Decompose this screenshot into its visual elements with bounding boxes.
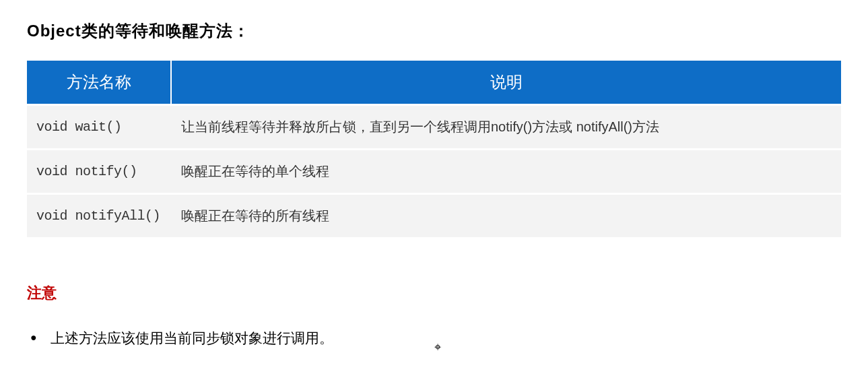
cell-description: 唤醒正在等待的所有线程 xyxy=(172,195,841,237)
cursor-icon: ⌖ xyxy=(434,340,441,354)
table-row: void notifyAll() 唤醒正在等待的所有线程 xyxy=(27,195,841,237)
cell-description: 唤醒正在等待的单个线程 xyxy=(172,150,841,193)
methods-table: 方法名称 说明 void wait() 让当前线程等待并释放所占锁，直到另一个线… xyxy=(27,59,841,239)
cell-method: void notifyAll() xyxy=(27,195,172,237)
table-header-row: 方法名称 说明 xyxy=(27,61,841,104)
cell-method: void notify() xyxy=(27,150,172,193)
header-method: 方法名称 xyxy=(27,61,172,104)
cell-description: 让当前线程等待并释放所占锁，直到另一个线程调用notify()方法或 notif… xyxy=(172,106,841,148)
page-title: Object类的等待和唤醒方法： xyxy=(27,20,841,42)
table-row: void notify() 唤醒正在等待的单个线程 xyxy=(27,150,841,193)
notice-title: 注意 xyxy=(27,283,841,303)
header-description: 说明 xyxy=(172,61,841,104)
cell-method: void wait() xyxy=(27,106,172,148)
table-row: void wait() 让当前线程等待并释放所占锁，直到另一个线程调用notif… xyxy=(27,106,841,148)
